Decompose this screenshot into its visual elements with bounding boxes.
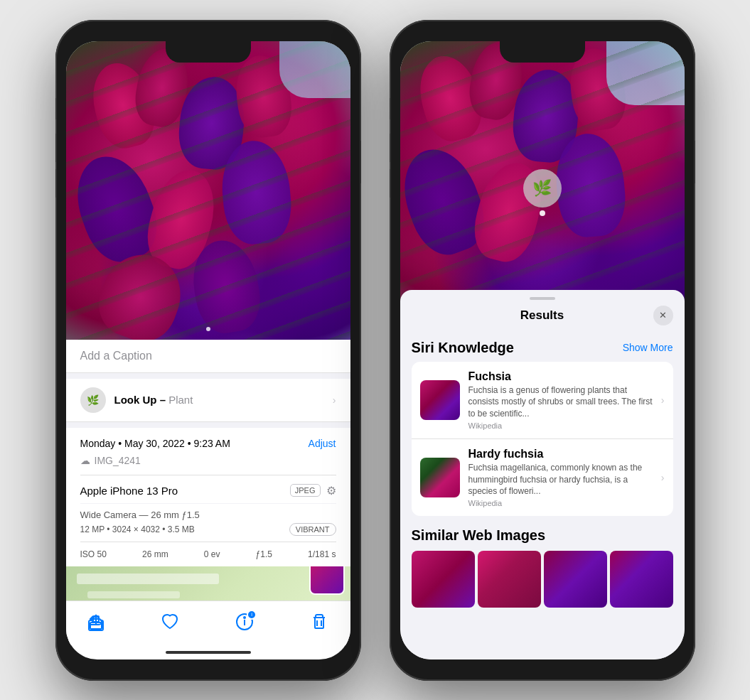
notch [166,41,251,63]
focal-value: 26 mm [142,549,168,559]
similar-image-1[interactable] [412,551,475,608]
camera-spec-line2: 12 MP • 3024 × 4032 • 3.5 MB VIBRANT [80,523,336,536]
silent-switch [55,98,56,119]
power-button[interactable] [360,141,361,183]
lookup-text: Look Up – Plant [114,394,193,406]
hardy-chevron: › [661,472,665,483]
right-silent-switch [390,98,390,119]
similar-web-images-section: Similar Web Images [412,516,673,613]
fuchsia-name: Fuchsia [468,370,653,383]
delete-button[interactable] [310,613,328,631]
right-phone-screen: 🌿 Results ✕ Siri Knowledge Show More [400,41,685,659]
right-notch [500,41,585,63]
phones-container: Add a Caption 🌿 Look Up – Plant › Monday… [41,6,709,695]
siri-knowledge-title: Siri Knowledge [412,340,514,356]
results-content: Siri Knowledge Show More Fuchsia Fuchsia… [400,331,685,659]
location-row: ☁ IMG_4241 [80,452,336,475]
caption-area[interactable]: Add a Caption [66,340,350,373]
exif-row: ISO 50 26 mm 0 ev ƒ1.5 1/181 s [66,542,350,566]
results-header: Results ✕ [400,300,685,331]
similar-title: Similar Web Images [412,527,673,544]
fuchsia-thumbnail [420,380,460,420]
info-panel: Add a Caption 🌿 Look Up – Plant › Monday… [66,340,350,645]
adjust-button[interactable]: Adjust [309,438,336,449]
bottom-toolbar: i [66,601,350,645]
right-volume-down-button[interactable] [390,169,390,198]
close-button[interactable]: ✕ [653,306,673,325]
hardy-thumbnail [420,458,460,497]
fuchsia-chevron: › [661,394,665,406]
info-button[interactable]: i [235,613,254,631]
lookup-row[interactable]: 🌿 Look Up – Plant › [66,379,350,422]
jpeg-badge: JPEG [290,484,321,497]
meta-section: Monday • May 30, 2022 • 9:23 AM Adjust ☁… [66,428,350,542]
lookup-chevron: › [333,394,336,406]
ev-value: 0 ev [204,549,220,559]
similar-image-2[interactable] [478,551,541,608]
volume-up-button[interactable] [55,134,56,162]
flower-image [66,41,350,340]
svg-rect-5 [315,618,323,628]
siri-circle: 🌿 [523,169,562,208]
image-filename: IMG_4241 [95,455,141,466]
hardy-desc: Fuchsia magellanica, commonly known as t… [468,462,653,497]
left-phone: Add a Caption 🌿 Look Up – Plant › Monday… [55,20,361,681]
home-indicator [166,651,251,654]
lookup-icon: 🌿 [80,387,106,413]
format-badges: JPEG ⚙ [290,484,336,497]
knowledge-item-fuchsia[interactable]: Fuchsia Fuchsia is a genus of flowering … [412,362,673,439]
volume-down-button[interactable] [55,169,56,198]
right-phone: 🌿 Results ✕ Siri Knowledge Show More [390,20,695,681]
map-photo-thumbnail [309,566,345,595]
date-text: Monday • May 30, 2022 • 9:23 AM [80,438,230,449]
settings-icon: ⚙ [326,484,336,497]
camera-spec-size: 12 MP • 3024 × 4032 • 3.5 MB [80,524,195,534]
device-name: Apple iPhone 13 Pro [80,485,178,497]
hardy-text: Hardy fuchsia Fuchsia magellanica, commo… [468,448,653,507]
results-panel: Results ✕ Siri Knowledge Show More [400,290,685,659]
favorite-button[interactable] [161,613,179,631]
map-area[interactable] [66,566,350,601]
iso-value: ISO 50 [80,549,107,559]
right-volume-up-button[interactable] [390,134,390,162]
similar-image-3[interactable] [544,551,607,608]
shutter-value: 1/181 s [308,549,336,559]
similar-images-grid [412,551,673,608]
fuchsia-source: Wikipedia [468,421,653,430]
svg-point-4 [244,617,245,618]
hardy-source: Wikipedia [468,499,653,507]
photo-display[interactable] [66,41,350,340]
left-phone-screen: Add a Caption 🌿 Look Up – Plant › Monday… [66,41,350,659]
siri-knowledge-header: Siri Knowledge Show More [412,331,673,362]
siri-dot [540,210,545,216]
photo-dot-indicator [206,327,210,331]
results-title: Results [520,308,564,323]
info-badge: i [247,610,257,620]
knowledge-card: Fuchsia Fuchsia is a genus of flowering … [412,362,673,517]
date-row: Monday • May 30, 2022 • 9:23 AM Adjust [80,438,336,452]
fuchsia-desc: Fuchsia is a genus of flowering plants t… [468,384,653,420]
vibrant-badge: VIBRANT [289,523,336,536]
device-row: Apple iPhone 13 Pro JPEG ⚙ [80,475,336,504]
right-power-button[interactable] [695,141,695,183]
share-button[interactable] [87,613,105,630]
show-more-button[interactable]: Show More [623,342,673,353]
siri-visual-search-icon[interactable]: 🌿 [523,169,562,216]
aperture-value: ƒ1.5 [256,549,272,559]
camera-specs: Wide Camera — 26 mm ƒ1.5 12 MP • 3024 × … [80,504,336,542]
cloud-icon: ☁ [80,455,90,466]
right-photo-display[interactable]: 🌿 [400,41,685,311]
caption-placeholder[interactable]: Add a Caption [80,350,152,362]
camera-spec-line1: Wide Camera — 26 mm ƒ1.5 [80,510,336,523]
hardy-name: Hardy fuchsia [468,448,653,461]
knowledge-item-hardy[interactable]: Hardy fuchsia Fuchsia magellanica, commo… [412,439,673,516]
similar-image-4[interactable] [610,551,673,608]
fuchsia-text: Fuchsia Fuchsia is a genus of flowering … [468,370,653,430]
